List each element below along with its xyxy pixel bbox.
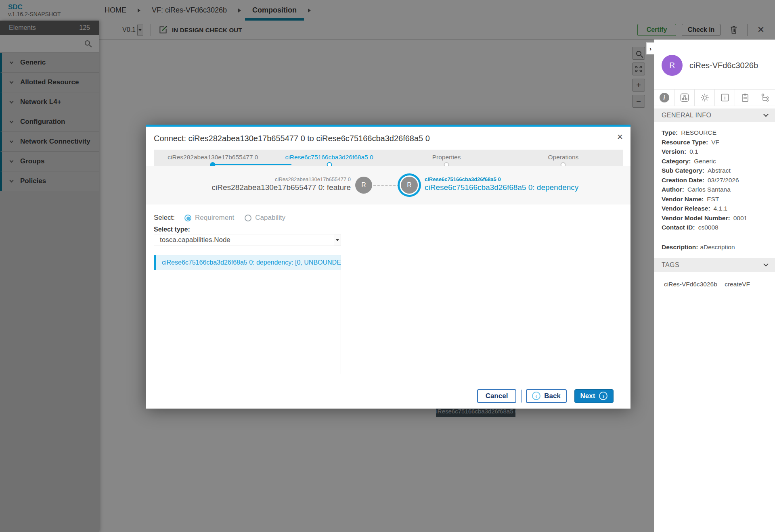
divider <box>521 390 522 403</box>
modal-close-button[interactable]: ✕ <box>617 132 623 142</box>
select-label: Select: <box>154 214 175 222</box>
connection-diagram: ciRes282abea130e17b655477 0 ciRes282abea… <box>146 166 630 204</box>
wizard-steps: ciRes282abea130e17b655477 0 ciRese6c7516… <box>154 150 623 167</box>
field-contact-id: Contact ID:cs0008 <box>662 223 768 232</box>
avatar: R <box>662 55 683 76</box>
general-info-section-header[interactable]: GENERAL INFO <box>654 108 775 122</box>
general-info-title: GENERAL INFO <box>662 112 711 119</box>
field-type: Type:RESOURCE <box>662 128 768 138</box>
panel-header: R ciRes-VFd6c3026b <box>654 40 775 76</box>
tab-deployment-artifacts[interactable] <box>674 90 694 106</box>
field-vendor-model-number: Vendor Model Number:0001 <box>662 213 768 223</box>
tag: createVF <box>725 281 750 288</box>
field-author: Author:Carlos Santana <box>662 185 768 194</box>
tags-list: ciRes-VFd6c3026b createVF <box>654 272 775 288</box>
tag: ciRes-VFd6c3026b <box>664 281 717 288</box>
to-node-labels: ciRese6c75166cba3d26f68a5 0 ciRese6c7516… <box>425 176 578 192</box>
select-arrow[interactable] <box>334 234 341 246</box>
step-progress-line <box>213 164 291 165</box>
chevron-left-circle-icon: ‹ <box>532 392 540 400</box>
type-select-value: tosca.capabilities.Node <box>160 236 230 244</box>
sdc-app: SDC v.1.16.2-SNAPSHOT HOME VF: ciRes-VFd… <box>0 0 775 532</box>
modal-title: Connect: ciRes282abea130e17b655477 0 to … <box>154 134 430 143</box>
tags-section-header[interactable]: TAGS <box>654 258 775 272</box>
select-type-label: Select type: <box>154 226 190 233</box>
chevron-right-icon: › <box>649 45 651 52</box>
info-filled-icon: i <box>660 93 669 102</box>
field-creation-date: Creation Date:03/27/2026 <box>662 175 768 185</box>
chevron-down-icon <box>763 112 769 117</box>
step-properties[interactable]: Properties <box>432 154 461 161</box>
from-node-labels: ciRes282abea130e17b655477 0 ciRes282abea… <box>212 176 351 192</box>
field-version: Version:0.1 <box>662 147 768 156</box>
tab-requirements-capabilities[interactable] <box>755 90 775 106</box>
panel-title: ciRes-VFd6c3026b <box>689 61 758 70</box>
back-button[interactable]: ‹ Back <box>526 389 567 403</box>
field-category: Category:Generic <box>662 156 768 166</box>
step-from-node[interactable]: ciRes282abea130e17b655477 0 <box>168 154 258 161</box>
capability-radio[interactable] <box>245 215 251 221</box>
requirement-list: ciRese6c75166cba3d26f68a5 0: dependency:… <box>154 255 341 374</box>
type-select[interactable]: tosca.capabilities.Node <box>154 234 341 246</box>
field-vendor-release: Vendor Release:4.1.1 <box>662 204 768 213</box>
select-row: Select: Requirement Capability <box>154 214 296 222</box>
capability-radio-label[interactable]: Capability <box>255 214 285 222</box>
from-node-circle: R <box>355 177 372 194</box>
caret-down-icon <box>336 239 339 241</box>
panel-collapse-button[interactable]: › <box>646 42 654 54</box>
field-vendor-name: Vendor Name:EST <box>662 194 768 204</box>
tab-properties[interactable] <box>714 90 735 106</box>
panel-tabs: i <box>654 89 775 106</box>
resource-detail-panel: › R ciRes-VFd6c3026b i <box>654 40 775 532</box>
connect-wizard-modal: Connect: ciRes282abea130e17b655477 0 to … <box>146 125 630 409</box>
modal-footer: Cancel ‹ Back Next › <box>146 383 630 409</box>
next-button[interactable]: Next › <box>574 389 614 403</box>
tab-activity-log[interactable] <box>735 90 755 106</box>
step-to-node[interactable]: ciRese6c75166cba3d26f68a5 0 <box>285 154 373 161</box>
gear-icon <box>700 93 710 102</box>
to-node-circle: R <box>401 177 418 194</box>
clipboard-icon <box>740 93 750 102</box>
requirement-radio[interactable] <box>184 215 191 221</box>
chevron-right-circle-icon: › <box>599 392 607 400</box>
network-graph-icon <box>760 93 770 102</box>
general-info-fields: Type:RESOURCE Resource Type:VF Version:0… <box>654 122 775 232</box>
requirement-list-item-selected[interactable]: ciRese6c75166cba3d26f68a5 0: dependency:… <box>154 255 341 270</box>
info-box-icon <box>720 93 730 102</box>
chevron-down-icon <box>763 261 769 267</box>
close-icon: ✕ <box>617 133 623 141</box>
cancel-button[interactable]: Cancel <box>477 389 516 403</box>
description-field: Description:aDescription <box>654 232 775 251</box>
connection-dashed-line <box>373 185 400 186</box>
tab-information[interactable]: i <box>654 90 674 106</box>
field-resource-type: Resource Type:VF <box>662 138 768 147</box>
step-operations[interactable]: Operations <box>548 154 579 161</box>
tab-settings[interactable] <box>694 90 714 106</box>
tags-title: TAGS <box>662 261 679 269</box>
molecule-icon <box>680 93 689 102</box>
field-sub-category: Sub Category:Abstract <box>662 166 768 175</box>
requirement-radio-label[interactable]: Requirement <box>195 214 234 222</box>
